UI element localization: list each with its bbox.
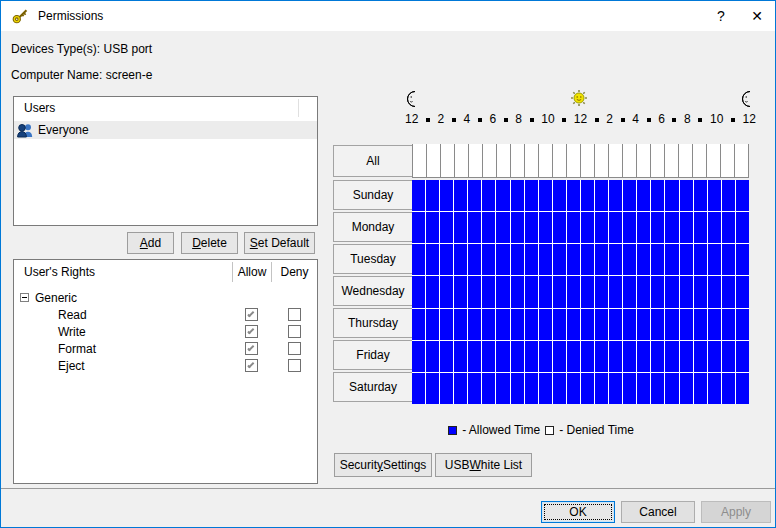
schedule-cell-friday-16[interactable] xyxy=(637,341,650,372)
schedule-cell-sunday-15[interactable] xyxy=(623,180,636,211)
schedule-cell-monday-12[interactable] xyxy=(581,212,594,243)
schedule-cell-monday-5[interactable] xyxy=(482,212,495,243)
all-row-hour-cell[interactable] xyxy=(469,144,483,177)
day-button-saturday[interactable]: Saturday xyxy=(333,372,413,402)
schedule-cell-monday-15[interactable] xyxy=(623,212,636,243)
schedule-cell-wednesday-0[interactable] xyxy=(412,276,425,307)
schedule-cell-wednesday-9[interactable] xyxy=(539,276,552,307)
day-button-friday[interactable]: Friday xyxy=(333,340,413,370)
schedule-cell-tuesday-7[interactable] xyxy=(511,244,524,275)
schedule-cell-sunday-6[interactable] xyxy=(496,180,509,211)
schedule-cell-friday-13[interactable] xyxy=(595,341,608,372)
delete-button[interactable]: Delete xyxy=(181,232,238,254)
all-row-hour-cell[interactable] xyxy=(707,144,721,177)
schedule-cell-tuesday-14[interactable] xyxy=(609,244,622,275)
schedule-cell-tuesday-4[interactable] xyxy=(468,244,481,275)
schedule-cell-sunday-1[interactable] xyxy=(426,180,439,211)
allow-checkbox-format[interactable] xyxy=(245,342,258,355)
schedule-cell-monday-0[interactable] xyxy=(412,212,425,243)
schedule-cell-monday-3[interactable] xyxy=(454,212,467,243)
schedule-cell-tuesday-23[interactable] xyxy=(736,244,749,275)
schedule-cell-saturday-10[interactable] xyxy=(553,373,566,404)
schedule-cell-wednesday-16[interactable] xyxy=(637,276,650,307)
all-row-hour-cell[interactable] xyxy=(511,144,525,177)
schedule-cell-monday-13[interactable] xyxy=(595,212,608,243)
all-row-hour-cell[interactable] xyxy=(721,144,735,177)
schedule-cell-sunday-19[interactable] xyxy=(680,180,693,211)
schedule-cell-thursday-2[interactable] xyxy=(440,309,453,340)
schedule-cell-thursday-18[interactable] xyxy=(665,309,678,340)
schedule-cell-wednesday-20[interactable] xyxy=(694,276,707,307)
schedule-cell-saturday-11[interactable] xyxy=(567,373,580,404)
schedule-cell-thursday-1[interactable] xyxy=(426,309,439,340)
all-row-hour-cell[interactable] xyxy=(413,144,427,177)
security-settings-button[interactable]: Security Settings xyxy=(334,453,432,477)
schedule-cell-saturday-18[interactable] xyxy=(665,373,678,404)
schedule-cell-monday-14[interactable] xyxy=(609,212,622,243)
schedule-cell-sunday-3[interactable] xyxy=(454,180,467,211)
schedule-cell-saturday-2[interactable] xyxy=(440,373,453,404)
day-button-monday[interactable]: Monday xyxy=(333,212,413,242)
schedule-cell-tuesday-17[interactable] xyxy=(651,244,664,275)
all-row-hour-cell[interactable] xyxy=(525,144,539,177)
all-row-hour-cell[interactable] xyxy=(455,144,469,177)
allow-checkbox-write[interactable] xyxy=(245,325,258,338)
schedule-cell-monday-17[interactable] xyxy=(651,212,664,243)
schedule-cell-tuesday-21[interactable] xyxy=(708,244,721,275)
schedule-cell-thursday-17[interactable] xyxy=(651,309,664,340)
schedule-cell-wednesday-4[interactable] xyxy=(468,276,481,307)
day-button-all[interactable]: All xyxy=(333,145,413,177)
usb-white-list-button[interactable]: USB White List xyxy=(435,453,532,477)
day-button-tuesday[interactable]: Tuesday xyxy=(333,244,413,274)
schedule-cell-sunday-21[interactable] xyxy=(708,180,721,211)
schedule-cell-sunday-14[interactable] xyxy=(609,180,622,211)
schedule-cell-tuesday-13[interactable] xyxy=(595,244,608,275)
schedule-cell-friday-4[interactable] xyxy=(468,341,481,372)
schedule-cell-monday-22[interactable] xyxy=(722,212,735,243)
all-row-hour-cell[interactable] xyxy=(483,144,497,177)
schedule-cell-friday-21[interactable] xyxy=(708,341,721,372)
schedule-cell-saturday-4[interactable] xyxy=(468,373,481,404)
schedule-cell-monday-20[interactable] xyxy=(694,212,707,243)
schedule-cell-tuesday-1[interactable] xyxy=(426,244,439,275)
schedule-cell-tuesday-8[interactable] xyxy=(525,244,538,275)
apply-button[interactable]: Apply xyxy=(701,501,771,523)
schedule-cell-monday-16[interactable] xyxy=(637,212,650,243)
schedule-cell-friday-12[interactable] xyxy=(581,341,594,372)
schedule-cell-tuesday-2[interactable] xyxy=(440,244,453,275)
schedule-cell-friday-18[interactable] xyxy=(665,341,678,372)
schedule-cell-sunday-12[interactable] xyxy=(581,180,594,211)
schedule-cell-sunday-7[interactable] xyxy=(511,180,524,211)
schedule-cell-thursday-9[interactable] xyxy=(539,309,552,340)
schedule-cell-wednesday-1[interactable] xyxy=(426,276,439,307)
schedule-cell-wednesday-17[interactable] xyxy=(651,276,664,307)
schedule-cell-thursday-8[interactable] xyxy=(525,309,538,340)
schedule-cell-thursday-16[interactable] xyxy=(637,309,650,340)
schedule-cell-sunday-9[interactable] xyxy=(539,180,552,211)
schedule-cell-friday-22[interactable] xyxy=(722,341,735,372)
schedule-cell-friday-23[interactable] xyxy=(736,341,749,372)
all-row-hour-cell[interactable] xyxy=(623,144,637,177)
all-row-hour-cell[interactable] xyxy=(693,144,707,177)
schedule-cell-tuesday-0[interactable] xyxy=(412,244,425,275)
schedule-cell-saturday-5[interactable] xyxy=(482,373,495,404)
schedule-cell-monday-19[interactable] xyxy=(680,212,693,243)
schedule-cell-wednesday-8[interactable] xyxy=(525,276,538,307)
set-default-button[interactable]: Set Default xyxy=(244,232,315,254)
schedule-cell-saturday-8[interactable] xyxy=(525,373,538,404)
all-row-hour-cell[interactable] xyxy=(581,144,595,177)
schedule-cell-wednesday-12[interactable] xyxy=(581,276,594,307)
schedule-cell-wednesday-22[interactable] xyxy=(722,276,735,307)
collapse-expander-icon[interactable] xyxy=(20,293,29,302)
schedule-cell-sunday-23[interactable] xyxy=(736,180,749,211)
schedule-cell-sunday-4[interactable] xyxy=(468,180,481,211)
schedule-cell-friday-5[interactable] xyxy=(482,341,495,372)
schedule-cell-tuesday-11[interactable] xyxy=(567,244,580,275)
schedule-cell-thursday-4[interactable] xyxy=(468,309,481,340)
schedule-cell-saturday-3[interactable] xyxy=(454,373,467,404)
help-button[interactable]: ? xyxy=(703,2,739,31)
schedule-cell-friday-0[interactable] xyxy=(412,341,425,372)
schedule-cell-monday-11[interactable] xyxy=(567,212,580,243)
deny-checkbox-format[interactable] xyxy=(288,342,301,355)
schedule-cell-thursday-22[interactable] xyxy=(722,309,735,340)
